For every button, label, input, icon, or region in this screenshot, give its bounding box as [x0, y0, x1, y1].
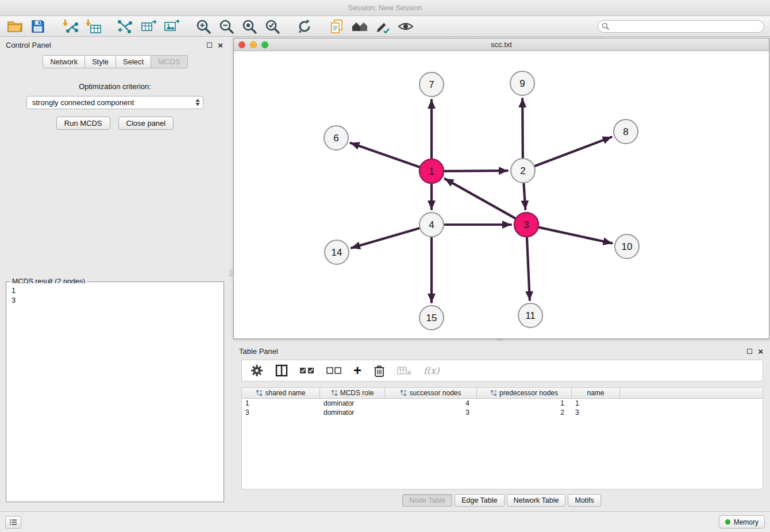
tab-network-table[interactable]: Network Table	[507, 494, 566, 507]
create-column-button[interactable]: +	[353, 363, 361, 379]
apply-style-button[interactable]	[374, 18, 392, 35]
zoom-fit-button[interactable]	[240, 18, 259, 35]
column-header-name[interactable]: name	[572, 388, 620, 398]
graph-node-3[interactable]: 3	[514, 213, 538, 237]
table-panel-tabs: Node Table Edge Table Network Table Moti…	[233, 494, 770, 507]
graph-node-1[interactable]: 1	[419, 159, 444, 183]
maximize-window-icon[interactable]: +	[261, 41, 268, 48]
tab-edge-table[interactable]: Edge Table	[455, 494, 504, 507]
graph-edge-3-10[interactable]	[540, 228, 612, 243]
select-all-columns-button[interactable]	[299, 363, 315, 379]
graph-edge-2-3[interactable]	[524, 184, 526, 209]
delete-column-button[interactable]	[373, 363, 386, 379]
column-header-mcds-role[interactable]: MCDS role	[320, 388, 385, 398]
column-header-predecessor-nodes[interactable]: predecessor nodes	[477, 388, 572, 398]
run-mcds-button[interactable]: Run MCDS	[56, 117, 110, 130]
float-panel-icon[interactable]	[747, 349, 752, 354]
function-builder-button[interactable]: f(x)	[424, 363, 439, 379]
network-canvas[interactable]: 7968124314101511	[234, 51, 769, 338]
new-network-button[interactable]	[116, 18, 134, 35]
graph-edge-1-2[interactable]	[445, 171, 507, 171]
graph-node-11[interactable]: 11	[518, 303, 542, 327]
window-titlebar: Session: New Session	[0, 0, 770, 16]
close-panel-icon[interactable]: ×	[758, 348, 763, 354]
column-header-successor-nodes[interactable]: successor nodes	[385, 388, 477, 398]
delete-table-button-disabled[interactable]	[397, 363, 412, 379]
cell-successor-nodes[interactable]: 4	[385, 399, 477, 408]
float-panel-icon[interactable]	[207, 43, 212, 48]
open-session-button[interactable]	[6, 18, 24, 35]
graph-edge-3-11[interactable]	[527, 238, 530, 300]
cell-shared-name[interactable]: 3	[242, 408, 320, 417]
network-window-titlebar[interactable]: × − + scc.txt	[234, 38, 769, 51]
unselect-all-columns-button[interactable]	[326, 363, 342, 379]
graph-edge-3-1[interactable]	[445, 179, 515, 218]
graph-edge-4-14[interactable]	[352, 228, 419, 248]
vertical-splitter-handle[interactable]	[229, 265, 233, 280]
cell-name[interactable]: 3	[572, 408, 620, 417]
control-panel-title: Control Panel	[6, 41, 51, 49]
column-type-icon	[256, 390, 263, 396]
graph-node-7[interactable]: 7	[419, 72, 444, 97]
cell-shared-name[interactable]: 1	[242, 399, 320, 408]
graph-node-4[interactable]: 4	[419, 213, 444, 237]
table-settings-button[interactable]	[250, 363, 264, 379]
graph-edge-2-9[interactable]	[522, 99, 523, 157]
show-panels-button[interactable]	[5, 516, 21, 529]
cell-successor-nodes[interactable]: 3	[385, 408, 477, 417]
svg-text:14: 14	[332, 247, 342, 258]
zoom-out-button[interactable]	[217, 18, 236, 35]
graph-node-2[interactable]: 2	[511, 159, 535, 183]
close-panel-button[interactable]: Close panel	[118, 117, 174, 130]
tab-motifs[interactable]: Motifs	[568, 494, 600, 507]
tab-mcds[interactable]: MCDS	[151, 55, 187, 68]
graph-node-9[interactable]: 9	[510, 71, 534, 95]
close-panel-icon[interactable]: ×	[218, 42, 223, 48]
zoom-selected-button[interactable]	[263, 18, 282, 35]
network-graph[interactable]: 7968124314101511	[234, 51, 769, 338]
import-table-icon	[84, 18, 102, 34]
clone-network-button[interactable]	[328, 18, 346, 35]
graph-node-10[interactable]: 10	[615, 234, 639, 259]
graph-edge-1-6[interactable]	[351, 143, 419, 167]
svg-text:4: 4	[429, 219, 434, 230]
cell-predecessor-nodes[interactable]: 1	[477, 399, 572, 408]
table-row[interactable]: 1 dominator 4 1 1	[242, 399, 763, 408]
export-image-button[interactable]	[162, 18, 180, 35]
zoom-in-button[interactable]	[194, 18, 213, 35]
eye-icon	[397, 20, 414, 33]
tab-select[interactable]: Select	[116, 55, 151, 68]
cell-mcds-role[interactable]: dominator	[320, 399, 385, 408]
column-header-shared-name[interactable]: shared name	[242, 388, 320, 398]
export-table-button[interactable]	[139, 18, 157, 35]
tab-network[interactable]: Network	[43, 55, 85, 68]
tab-style[interactable]: Style	[84, 55, 116, 68]
cell-mcds-role[interactable]: dominator	[320, 408, 385, 417]
cell-predecessor-nodes[interactable]: 2	[477, 408, 572, 417]
save-session-button[interactable]	[29, 18, 47, 35]
checked-boxes-icon	[299, 366, 315, 375]
graph-node-8[interactable]: 8	[614, 119, 638, 144]
show-column-button[interactable]	[275, 363, 288, 379]
graph-edge-2-8[interactable]	[536, 137, 611, 166]
minimize-window-icon[interactable]: −	[250, 41, 257, 48]
graph-node-6[interactable]: 6	[324, 126, 348, 150]
tab-node-table[interactable]: Node Table	[402, 494, 452, 507]
control-panel: Control Panel × Network Style Select MCD…	[0, 37, 230, 511]
graph-node-15[interactable]: 15	[419, 306, 444, 330]
close-window-icon[interactable]: ×	[238, 41, 245, 48]
memory-button[interactable]: Memory	[719, 515, 765, 529]
network-share-icon	[117, 18, 134, 34]
show-hide-button[interactable]	[396, 18, 415, 35]
table-row[interactable]: 3 dominator 3 2 3	[242, 408, 763, 417]
graph-node-14[interactable]: 14	[325, 240, 349, 264]
home-layout-button[interactable]	[351, 18, 369, 35]
import-network-from-file-button[interactable]	[61, 18, 79, 35]
refresh-layout-button[interactable]	[295, 18, 314, 35]
import-table-from-file-button[interactable]	[84, 18, 102, 35]
mcds-result-list[interactable]: 1 3	[7, 283, 219, 501]
copy-document-icon	[329, 18, 344, 34]
criterion-dropdown[interactable]: strongly connected component	[26, 96, 203, 109]
search-input[interactable]	[598, 20, 764, 33]
cell-name[interactable]: 1	[572, 399, 620, 408]
